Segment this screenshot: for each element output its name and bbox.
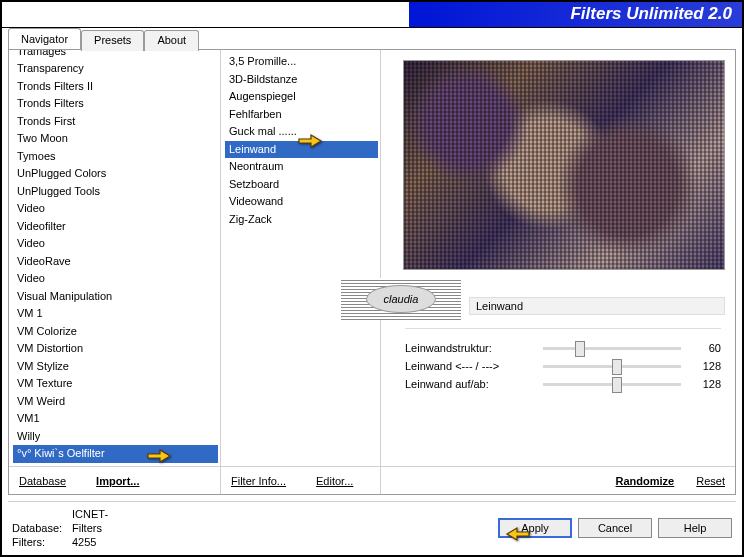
cancel-button[interactable]: Cancel: [578, 518, 652, 538]
tab-navigator[interactable]: Navigator: [8, 28, 81, 49]
list-item[interactable]: 3D-Bildstanze: [225, 71, 378, 89]
filter-name-row: claudia Leinwand: [381, 270, 735, 324]
category-footer: Database Import...: [9, 466, 220, 494]
apply-button[interactable]: Apply: [498, 518, 572, 538]
param-slider[interactable]: [543, 365, 681, 368]
dialog-footer: Database:ICNET-Filters Filters:4255 Appl…: [8, 501, 736, 547]
list-item[interactable]: VM Distortion: [13, 340, 218, 358]
editor-link[interactable]: Editor...: [316, 475, 353, 487]
db-label: Database:: [12, 521, 72, 535]
list-item[interactable]: °v° Kiwi`s Oelfilter: [13, 445, 218, 463]
list-item[interactable]: Visual Manipulation: [13, 288, 218, 306]
app-title: Filters Unlimited 2.0: [570, 4, 732, 24]
param-label: Leinwand auf/ab:: [405, 378, 535, 390]
list-item[interactable]: Two Moon: [13, 130, 218, 148]
tab-presets[interactable]: Presets: [81, 30, 144, 51]
param-row: Leinwand <--- / --->128: [405, 357, 721, 375]
list-item[interactable]: Neontraum: [225, 158, 378, 176]
footer-info: Database:ICNET-Filters Filters:4255: [8, 507, 132, 549]
list-item[interactable]: Videowand: [225, 193, 378, 211]
import-link[interactable]: Import...: [96, 475, 139, 487]
preview-panel: claudia Leinwand Leinwandstruktur:60Lein…: [381, 50, 735, 494]
author-badge-text: claudia: [366, 285, 436, 313]
list-item[interactable]: VM Texture: [13, 375, 218, 393]
param-value: 128: [689, 360, 721, 372]
param-value: 60: [689, 342, 721, 354]
list-item[interactable]: VideoRave: [13, 253, 218, 271]
preview-image: [403, 60, 725, 270]
count-label: Filters:: [12, 535, 72, 549]
list-item[interactable]: UnPlugged Colors: [13, 165, 218, 183]
list-item[interactable]: VM Colorize: [13, 323, 218, 341]
list-item[interactable]: Video: [13, 200, 218, 218]
reset-link[interactable]: Reset: [696, 475, 725, 487]
list-item[interactable]: VM Weird: [13, 393, 218, 411]
parameters: Leinwandstruktur:60Leinwand <--- / --->1…: [381, 333, 735, 393]
help-button[interactable]: Help: [658, 518, 732, 538]
list-item[interactable]: Tronds Filters: [13, 95, 218, 113]
list-item[interactable]: Videofilter: [13, 218, 218, 236]
param-row: Leinwand auf/ab:128: [405, 375, 721, 393]
list-item[interactable]: Tramages: [13, 50, 218, 60]
database-link[interactable]: Database: [19, 475, 66, 487]
count-value: 4255: [72, 535, 132, 549]
list-item[interactable]: Fehlfarben: [225, 106, 378, 124]
author-badge: claudia: [341, 278, 461, 320]
list-item[interactable]: Video: [13, 235, 218, 253]
preview-footer: Randomize Reset: [381, 466, 735, 494]
list-item[interactable]: Leinwand: [225, 141, 378, 159]
list-item[interactable]: VM 1: [13, 305, 218, 323]
list-item[interactable]: Willy: [13, 428, 218, 446]
filter-info-link[interactable]: Filter Info...: [231, 475, 286, 487]
list-item[interactable]: VM1: [13, 410, 218, 428]
list-item[interactable]: Tronds Filters II: [13, 78, 218, 96]
filter-name-label: Leinwand: [469, 297, 725, 315]
category-panel: TormentiaTramagesTransparencyTronds Filt…: [9, 50, 221, 494]
param-value: 128: [689, 378, 721, 390]
list-item[interactable]: 3,5 Promille...: [225, 53, 378, 71]
filter-footer: Filter Info... Editor...: [221, 466, 380, 494]
param-slider[interactable]: [543, 347, 681, 350]
list-item[interactable]: Tymoes: [13, 148, 218, 166]
param-row: Leinwandstruktur:60: [405, 339, 721, 357]
param-label: Leinwand <--- / --->: [405, 360, 535, 372]
list-item[interactable]: Augenspiegel: [225, 88, 378, 106]
tab-strip: Navigator Presets About: [8, 28, 199, 49]
filter-list[interactable]: 3,5 Promille...3D-BildstanzeAugenspiegel…: [221, 50, 380, 466]
list-item[interactable]: VM Stylize: [13, 358, 218, 376]
list-item[interactable]: Zig-Zack: [225, 211, 378, 229]
list-item[interactable]: Transparency: [13, 60, 218, 78]
category-list[interactable]: TormentiaTramagesTransparencyTronds Filt…: [9, 50, 220, 466]
separator: [405, 328, 721, 329]
list-item[interactable]: Video: [13, 270, 218, 288]
list-item[interactable]: UnPlugged Tools: [13, 183, 218, 201]
param-label: Leinwandstruktur:: [405, 342, 535, 354]
randomize-link[interactable]: Randomize: [616, 475, 675, 487]
db-value: ICNET-Filters: [72, 507, 132, 535]
tab-about[interactable]: About: [144, 30, 199, 51]
preview-wrap: [381, 50, 735, 270]
content-area: TormentiaTramagesTransparencyTronds Filt…: [8, 49, 736, 495]
list-item[interactable]: Guck mal ......: [225, 123, 378, 141]
footer-buttons: Apply Cancel Help: [498, 518, 736, 538]
list-item[interactable]: Setzboard: [225, 176, 378, 194]
param-slider[interactable]: [543, 383, 681, 386]
filter-panel: 3,5 Promille...3D-BildstanzeAugenspiegel…: [221, 50, 381, 494]
title-bar: Filters Unlimited 2.0: [2, 2, 742, 28]
list-item[interactable]: Tronds First: [13, 113, 218, 131]
